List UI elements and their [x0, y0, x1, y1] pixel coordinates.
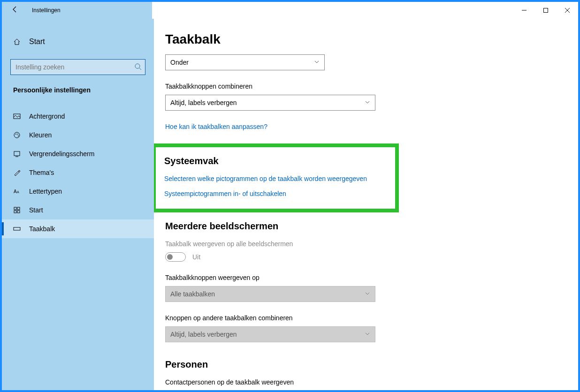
- svg-point-9: [17, 134, 18, 135]
- maximize-button[interactable]: [535, 2, 557, 19]
- multi-displays-heading: Meerdere beeldschermen: [165, 221, 578, 232]
- sidebar-item-background[interactable]: Achtergrond: [2, 107, 154, 126]
- sidebar-item-start[interactable]: Start: [2, 201, 154, 219]
- multi-toggle[interactable]: [165, 252, 186, 262]
- sidebar-item-label: Vergrendelingsscherm: [29, 150, 94, 158]
- svg-point-8: [15, 134, 16, 135]
- svg-rect-11: [14, 151, 20, 156]
- chevron-down-icon: [365, 331, 370, 338]
- sidebar-item-label: Taakbalk: [29, 225, 55, 233]
- dropdown-value: Altijd, labels verbergen: [170, 99, 237, 106]
- main-content: Taakbalk Onder Taakbalkknoppen combinere…: [154, 19, 578, 390]
- dropdown-value: Onder: [170, 59, 189, 66]
- people-heading: Personen: [165, 359, 578, 370]
- svg-rect-19: [14, 227, 20, 230]
- sidebar-item-colors[interactable]: Kleuren: [2, 126, 154, 144]
- svg-rect-17: [14, 211, 16, 213]
- window-title: Instellingen: [32, 7, 61, 14]
- combine-buttons-dropdown[interactable]: Altijd, labels verbergen: [165, 95, 375, 111]
- svg-line-5: [139, 68, 141, 70]
- chevron-down-icon: [314, 59, 320, 66]
- svg-rect-18: [17, 211, 20, 213]
- sidebar-item-themes[interactable]: Thema's: [2, 163, 154, 182]
- svg-point-4: [135, 64, 140, 68]
- multi-combine-label: Knoppen op andere taakbalken combineren: [165, 314, 578, 322]
- sidebar: Start Persoonlijke instellingen Achtergr…: [2, 19, 154, 390]
- sidebar-item-label: Thema's: [29, 169, 54, 176]
- svg-text:A: A: [14, 189, 17, 194]
- multi-show-on-label: Taakbalkknoppen weergeven op: [165, 274, 578, 281]
- multi-toggle-state: Uit: [192, 253, 200, 261]
- back-icon[interactable]: [11, 6, 19, 15]
- systray-heading: Systeemvak: [164, 156, 387, 166]
- sidebar-item-label: Achtergrond: [29, 113, 65, 120]
- multi-combine-dropdown: Altijd, labels verbergen: [165, 326, 375, 342]
- sidebar-item-label: Start: [29, 206, 43, 214]
- sidebar-section-label: Persoonlijke instellingen: [2, 86, 154, 94]
- customize-taskbars-link[interactable]: Hoe kan ik taakbalken aanpassen?: [165, 123, 578, 130]
- search-input[interactable]: [10, 59, 145, 75]
- minimize-button[interactable]: [513, 2, 535, 19]
- systray-system-icons-link[interactable]: Systeempictogrammen in- of uitschakelen: [164, 190, 387, 197]
- sidebar-item-label: Lettertypen: [29, 188, 62, 195]
- svg-rect-16: [17, 207, 20, 210]
- titlebar: Instellingen: [2, 2, 578, 19]
- page-title: Taakbalk: [165, 32, 578, 47]
- search-icon: [134, 63, 142, 72]
- svg-point-10: [18, 136, 19, 136]
- svg-point-7: [14, 132, 20, 138]
- dropdown-value: Altijd, labels verbergen: [170, 331, 237, 338]
- sidebar-item-lockscreen[interactable]: Vergrendelingsscherm: [2, 144, 154, 163]
- sidebar-item-fonts[interactable]: AA Lettertypen: [2, 182, 154, 201]
- svg-text:A: A: [17, 190, 19, 194]
- chevron-down-icon: [365, 290, 370, 298]
- people-label: Contactpersonen op de taakbalk weergeven: [165, 378, 578, 386]
- taskbar-location-dropdown[interactable]: Onder: [165, 54, 325, 70]
- dropdown-value: Alle taakbalken: [170, 290, 215, 298]
- svg-rect-1: [544, 8, 548, 13]
- combine-buttons-label: Taakbalkknoppen combineren: [165, 83, 578, 90]
- home-label: Start: [29, 38, 45, 46]
- systray-highlight-box: Systeemvak Selecteren welke pictogrammen…: [154, 143, 399, 212]
- multi-toggle-label: Taakbalk weergeven op alle beeldschermen: [165, 240, 578, 248]
- multi-show-on-dropdown: Alle taakbalken: [165, 286, 375, 302]
- sidebar-item-taskbar[interactable]: Taakbalk: [2, 219, 154, 238]
- systray-select-icons-link[interactable]: Selecteren welke pictogrammen op de taak…: [164, 175, 387, 182]
- home-button[interactable]: Start: [2, 33, 154, 51]
- svg-rect-15: [14, 207, 16, 210]
- sidebar-item-label: Kleuren: [29, 131, 52, 139]
- close-button[interactable]: [557, 2, 578, 19]
- chevron-down-icon: [365, 99, 370, 106]
